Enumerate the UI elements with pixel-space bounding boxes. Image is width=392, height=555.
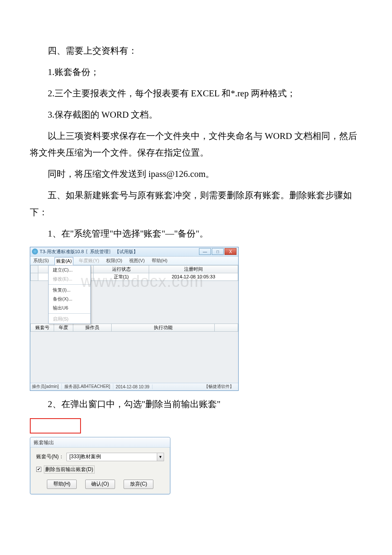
para-5: 同时，将压缩文件发送到 ipass@126.com。: [30, 166, 362, 183]
col-blank: [215, 324, 238, 331]
chevron-down-icon[interactable]: ▼: [157, 453, 164, 461]
dialog-title: 账套输出: [30, 437, 170, 448]
delete-checkbox-label: 删除当前输出账套(D): [44, 465, 95, 474]
status-brand: 【畅捷通软件】: [204, 384, 236, 390]
blank-area: [30, 332, 238, 383]
menu-separator: [49, 313, 90, 314]
status-operator: 操作员[admin]: [32, 384, 62, 390]
ok-button[interactable]: 确认(O): [85, 480, 115, 489]
menu-year[interactable]: 年度账(Y): [78, 257, 101, 264]
col-function: 执行功能: [112, 324, 215, 331]
menu-account[interactable]: 账套(A): [55, 257, 74, 265]
app-icon: [32, 249, 38, 254]
menu-system[interactable]: 系统(S): [32, 257, 50, 264]
statusbar: 操作员[admin] 服务器[LAB4TEACHER] 2014-12-08 1…: [30, 383, 238, 390]
maximize-button[interactable]: □: [212, 248, 224, 255]
col-status: 运行状态: [94, 265, 149, 273]
step-2: 2、在弹出窗口中，勾选"删除当前输出账套": [30, 396, 362, 413]
row-stub: [31, 273, 38, 280]
menu-item-restore[interactable]: 恢复(I)...: [49, 286, 90, 295]
menu-item-backup[interactable]: 备份(X)...: [49, 295, 90, 304]
status-server: 服务器[LAB4TEACHER]: [64, 384, 113, 390]
col-acctno: 账套号: [31, 324, 54, 331]
help-button[interactable]: 帮助(H): [47, 480, 77, 489]
minimize-button[interactable]: —: [199, 248, 211, 255]
account-combobox[interactable]: [333]教材案例 ▼: [66, 453, 164, 461]
window-title: T3-用友通标准版10.8 〖系统管理〗 【试用版】: [40, 249, 199, 255]
account-dropdown: 建立(C)... 修改(E)... 恢复(I)... 备份(X)... 输出U6…: [48, 265, 91, 324]
delete-checkbox[interactable]: ✔: [36, 467, 41, 472]
system-window: T3-用友通标准版10.8 〖系统管理〗 【试用版】 — □ X 系统(S) 账…: [30, 247, 239, 391]
col-year: 年度: [54, 324, 73, 331]
close-button[interactable]: X: [225, 248, 236, 255]
cancel-button[interactable]: 放弃(C): [124, 480, 153, 489]
col-operator: 操作员: [73, 324, 112, 331]
menu-item-modify: 修改(E)...: [49, 275, 90, 283]
col-regtime: 注册时间: [149, 265, 238, 273]
menubar: 系统(S) 账套(A) 年度账(Y) 权限(O) 视图(V) 帮助(H): [30, 257, 238, 265]
cell-status: 正常(1): [94, 273, 149, 280]
cell-regtime: 2014-12-08 10:05:33: [149, 273, 238, 280]
menu-item-create[interactable]: 建立(C)...: [49, 266, 90, 275]
account-output-dialog: 账套输出 账套号(N)： [333]教材案例 ▼ ✔ 删除当前输出账套(D) 帮…: [30, 437, 170, 494]
menu-permission[interactable]: 权限(O): [105, 257, 124, 264]
menu-help[interactable]: 帮助(H): [150, 257, 169, 264]
step-1: 1、在"系统管理"中选择"账套"—"备份"。: [30, 225, 362, 243]
account-label: 账套号(N)：: [36, 453, 64, 460]
para-2: 2.三个主要报表文件，每个报表要有 EXCEL 和*.rep 两种格式；: [30, 85, 362, 102]
menu-item-enable: 启用(S): [49, 315, 90, 324]
heading-5: 五、如果新建账套号与原有账套冲突，则需要删除原有账套。删除账套步骤如下：: [30, 187, 362, 221]
bottom-table: 账套号 年度 操作员 执行功能: [30, 324, 238, 332]
menu-view[interactable]: 视图(V): [128, 257, 146, 264]
titlebar: T3-用友通标准版10.8 〖系统管理〗 【试用版】 — □ X: [30, 247, 238, 257]
account-value: [333]教材案例: [69, 453, 101, 460]
para-4: 以上三项资料要求保存在一个文件夹中，文件夹命名与 WORD 文档相同，然后将文件…: [30, 128, 362, 162]
red-highlight-box: [30, 418, 81, 434]
para-3: 3.保存截图的 WORD 文档。: [30, 107, 362, 124]
para-1: 1.账套备份；: [30, 64, 362, 81]
menu-separator: [49, 284, 90, 285]
status-time: 2014-12-08 10:39: [116, 384, 153, 389]
heading-4: 四、需要上交资料有：: [30, 43, 362, 60]
menu-item-output[interactable]: 输出U6: [49, 304, 90, 312]
row-stub: [31, 265, 38, 273]
